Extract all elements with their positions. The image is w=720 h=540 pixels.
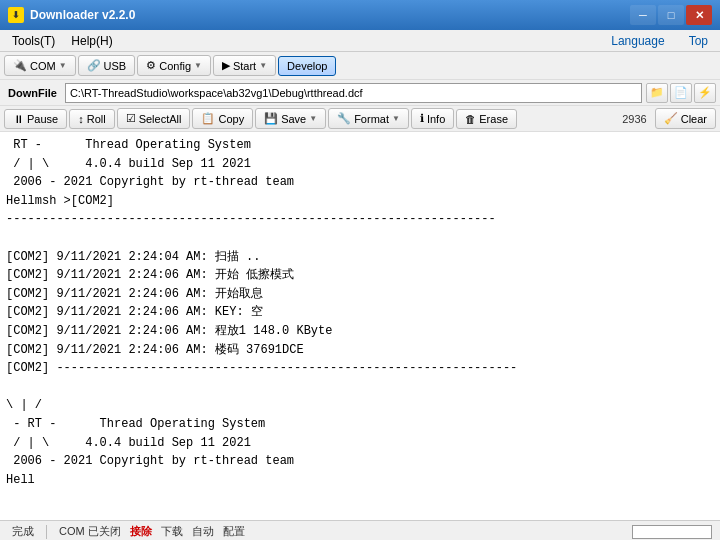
file-path-input[interactable]: [65, 83, 642, 103]
select-all-icon: ☑: [126, 112, 136, 125]
log-line: ----------------------------------------…: [6, 210, 714, 229]
maximize-button[interactable]: □: [658, 5, 684, 25]
develop-button[interactable]: Develop: [278, 56, 336, 76]
menu-right-items: Language Top: [603, 32, 716, 50]
window-controls: ─ □ ✕: [630, 5, 712, 25]
log-line: [COM2] 9/11/2021 2:24:06 AM: 开始取息: [6, 285, 714, 304]
count-display: 2936: [616, 113, 652, 125]
log-area[interactable]: RT - Thread Operating System / | \ 4.0.4…: [0, 132, 720, 520]
save-button[interactable]: 💾 Save ▼: [255, 108, 326, 129]
window-title: Downloader v2.2.0: [30, 8, 630, 22]
log-line: [COM2] ---------------------------------…: [6, 359, 714, 378]
info-button[interactable]: ℹ Info: [411, 108, 454, 129]
format-icon: 🔧: [337, 112, 351, 125]
clear-button[interactable]: 🧹 Clear: [655, 108, 716, 129]
log-line: 2006 - 2021 Copyright by rt-thread team: [6, 173, 714, 192]
downfile-label: DownFile: [4, 87, 61, 99]
log-line: \ | /: [6, 396, 714, 415]
file-option-button[interactable]: 📄: [670, 83, 692, 103]
com-dropdown-arrow: ▼: [59, 61, 67, 70]
menu-help[interactable]: Help(H): [63, 32, 120, 50]
usb-icon: 🔗: [87, 59, 101, 72]
toolbar-actions: ⏸ Pause ↕ Roll ☑ SelectAll 📋 Copy 💾 Save…: [0, 106, 720, 132]
usb-button[interactable]: 🔗 USB: [78, 55, 136, 76]
config-button[interactable]: ⚙ Config ▼: [137, 55, 211, 76]
status-com: COM 已关闭 接除 下载 自动 配置: [55, 524, 249, 539]
format-button[interactable]: 🔧 Format ▼: [328, 108, 409, 129]
log-line: [6, 229, 714, 248]
copy-icon: 📋: [201, 112, 215, 125]
open-folder-button[interactable]: 📁: [646, 83, 668, 103]
log-line: [6, 378, 714, 397]
status-separator-1: [46, 525, 47, 539]
save-dropdown-arrow: ▼: [309, 114, 317, 123]
minimize-button[interactable]: ─: [630, 5, 656, 25]
status-progress-bar: [632, 525, 712, 539]
erase-button[interactable]: 🗑 Erase: [456, 109, 517, 129]
format-dropdown-arrow: ▼: [392, 114, 400, 123]
start-dropdown-arrow: ▼: [259, 61, 267, 70]
com-button[interactable]: 🔌 COM ▼: [4, 55, 76, 76]
start-icon: ▶: [222, 59, 230, 72]
roll-icon: ↕: [78, 113, 84, 125]
roll-button[interactable]: ↕ Roll: [69, 109, 114, 129]
config-dropdown-arrow: ▼: [194, 61, 202, 70]
close-button[interactable]: ✕: [686, 5, 712, 25]
log-line: / | \ 4.0.4 build Sep 11 2021: [6, 155, 714, 174]
log-line: [COM2] 9/11/2021 2:24:06 AM: KEY: 空: [6, 303, 714, 322]
log-line: [COM2] 9/11/2021 2:24:06 AM: 开始 低擦模式: [6, 266, 714, 285]
copy-button[interactable]: 📋 Copy: [192, 108, 253, 129]
status-ready: 完成: [8, 524, 38, 539]
log-line: - RT - Thread Operating System: [6, 415, 714, 434]
status-highlight: 接除: [130, 525, 152, 537]
log-line: [COM2] 9/11/2021 2:24:04 AM: 扫描 ..: [6, 248, 714, 267]
menu-bar: Tools(T) Help(H) Language Top: [0, 30, 720, 52]
file-extra-button[interactable]: ⚡: [694, 83, 716, 103]
pause-button[interactable]: ⏸ Pause: [4, 109, 67, 129]
log-line: [COM2] 9/11/2021 2:24:06 AM: 程放1 148.0 K…: [6, 322, 714, 341]
log-line: 2006 - 2021 Copyright by rt-thread team: [6, 452, 714, 471]
menu-tools[interactable]: Tools(T): [4, 32, 63, 50]
log-line: Hell: [6, 471, 714, 490]
start-button[interactable]: ▶ Start ▼: [213, 55, 276, 76]
info-icon: ℹ: [420, 112, 424, 125]
main-content-wrapper: RT - Thread Operating System / | \ 4.0.4…: [0, 132, 720, 520]
menu-top[interactable]: Top: [681, 32, 716, 50]
toolbar-file: DownFile 📁 📄 ⚡: [0, 80, 720, 106]
file-action-icons: 📁 📄 ⚡: [646, 83, 716, 103]
log-line: / | \ 4.0.4 build Sep 11 2021: [6, 434, 714, 453]
menu-language[interactable]: Language: [603, 32, 672, 50]
log-line: RT - Thread Operating System: [6, 136, 714, 155]
toolbar-main: 🔌 COM ▼ 🔗 USB ⚙ Config ▼ ▶ Start ▼ Devel…: [0, 52, 720, 80]
app-icon: ⬇: [8, 7, 24, 23]
config-icon: ⚙: [146, 59, 156, 72]
erase-icon: 🗑: [465, 113, 476, 125]
status-bar: 完成 COM 已关闭 接除 下载 自动 配置: [0, 520, 720, 540]
select-all-button[interactable]: ☑ SelectAll: [117, 108, 191, 129]
title-bar: ⬇ Downloader v2.2.0 ─ □ ✕: [0, 0, 720, 30]
com-icon: 🔌: [13, 59, 27, 72]
pause-icon: ⏸: [13, 113, 24, 125]
log-line: [COM2] 9/11/2021 2:24:06 AM: 楼码 37691DCE: [6, 341, 714, 360]
save-icon: 💾: [264, 112, 278, 125]
log-line: Hellmsh >[COM2]: [6, 192, 714, 211]
clear-icon: 🧹: [664, 112, 678, 125]
